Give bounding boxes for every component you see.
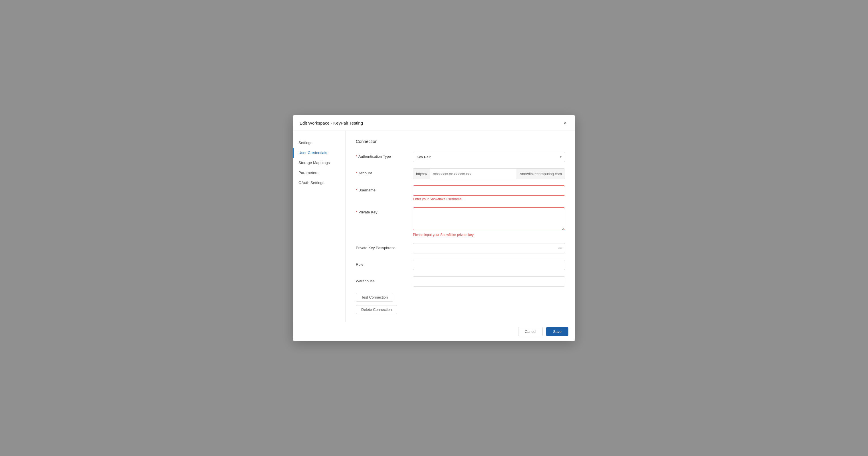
delete-connection-button[interactable]: Delete Connection	[356, 305, 397, 314]
username-row: *Username Enter your Snowflake username!	[356, 186, 565, 201]
sidebar-item-oauth-settings[interactable]: OAuth Settings	[293, 178, 345, 188]
passphrase-wrap: 👁	[413, 243, 565, 253]
warehouse-input[interactable]	[413, 276, 565, 287]
save-button[interactable]: Save	[546, 327, 568, 336]
account-label: *Account	[356, 168, 413, 175]
role-input[interactable]	[413, 260, 565, 270]
account-input[interactable]	[430, 169, 516, 179]
passphrase-control: 👁	[413, 243, 565, 253]
private-key-textarea[interactable]	[413, 207, 565, 230]
passphrase-label: Private Key Passphrase	[356, 243, 413, 250]
username-label: *Username	[356, 186, 413, 192]
test-connection-button[interactable]: Test Connection	[356, 293, 393, 302]
sidebar: Settings User Credentials Storage Mappin…	[293, 131, 345, 322]
modal-header: Edit Workspace - KeyPair Testing ×	[293, 115, 575, 131]
modal: Edit Workspace - KeyPair Testing × Setti…	[293, 115, 575, 341]
account-control: https:// .snowflakecomputing.com	[413, 168, 565, 179]
modal-overlay: Edit Workspace - KeyPair Testing × Setti…	[0, 0, 868, 456]
auth-type-select[interactable]: Key Pair Username/Password OAuth	[413, 152, 565, 162]
username-error: Enter your Snowflake username!	[413, 197, 565, 201]
account-suffix: .snowflakecomputing.com	[516, 169, 565, 179]
passphrase-input[interactable]	[413, 243, 565, 253]
auth-type-row: *Authentication Type Key Pair Username/P…	[356, 152, 565, 162]
auth-type-label: *Authentication Type	[356, 152, 413, 159]
username-input[interactable]	[413, 186, 565, 196]
sidebar-item-storage-mappings[interactable]: Storage Mappings	[293, 158, 345, 168]
role-row: Role	[356, 260, 565, 270]
sidebar-item-parameters[interactable]: Parameters	[293, 168, 345, 178]
eye-icon[interactable]: 👁	[558, 246, 562, 251]
private-key-control: Please input your Snowflake private key!	[413, 207, 565, 237]
sidebar-item-user-credentials[interactable]: User Credentials	[293, 148, 345, 158]
cancel-button[interactable]: Cancel	[518, 327, 543, 336]
warehouse-row: Warehouse	[356, 276, 565, 287]
username-control: Enter your Snowflake username!	[413, 186, 565, 201]
main-content: Connection *Authentication Type Key Pair…	[345, 131, 575, 322]
sidebar-item-settings[interactable]: Settings	[293, 138, 345, 148]
close-button[interactable]: ×	[562, 120, 568, 126]
private-key-row: *Private Key Please input your Snowflake…	[356, 207, 565, 237]
account-row: *Account https:// .snowflakecomputing.co…	[356, 168, 565, 179]
passphrase-row: Private Key Passphrase 👁	[356, 243, 565, 253]
modal-title: Edit Workspace - KeyPair Testing	[300, 120, 363, 125]
warehouse-label: Warehouse	[356, 276, 413, 283]
modal-footer: Cancel Save	[293, 322, 575, 341]
account-prefix: https://	[413, 169, 430, 179]
modal-body: Settings User Credentials Storage Mappin…	[293, 131, 575, 322]
role-label: Role	[356, 260, 413, 266]
section-title: Connection	[356, 139, 565, 144]
account-input-group: https:// .snowflakecomputing.com	[413, 168, 565, 179]
private-key-error: Please input your Snowflake private key!	[413, 233, 565, 237]
action-buttons: Test Connection Delete Connection	[356, 293, 565, 314]
private-key-label: *Private Key	[356, 207, 413, 214]
auth-type-select-wrap: Key Pair Username/Password OAuth ▾	[413, 152, 565, 162]
warehouse-control	[413, 276, 565, 287]
auth-type-control: Key Pair Username/Password OAuth ▾	[413, 152, 565, 162]
role-control	[413, 260, 565, 270]
